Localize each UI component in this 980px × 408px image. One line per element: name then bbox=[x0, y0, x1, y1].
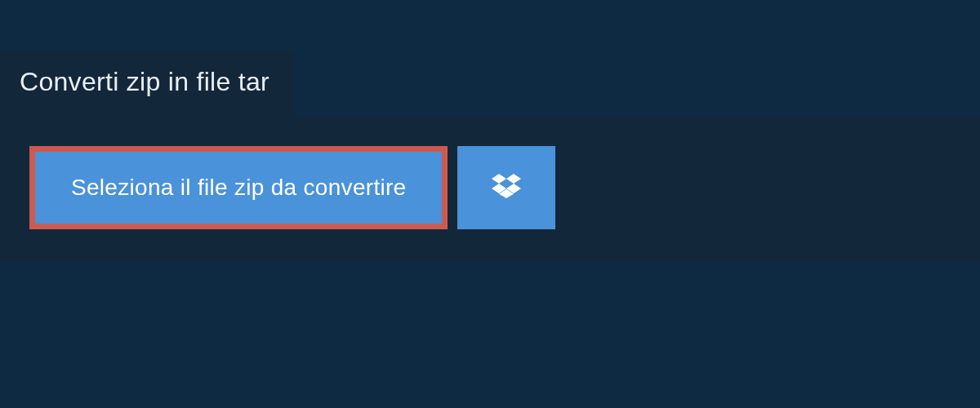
select-file-label: Seleziona il file zip da convertire bbox=[71, 175, 406, 201]
converter-panel: Seleziona il file zip da convertire bbox=[0, 117, 980, 262]
tab-title: Converti zip in file tar bbox=[20, 67, 270, 96]
dropbox-button[interactable] bbox=[457, 146, 555, 229]
tab-bar: Converti zip in file tar bbox=[0, 0, 980, 117]
select-file-button[interactable]: Seleziona il file zip da convertire bbox=[29, 146, 448, 229]
dropbox-icon bbox=[492, 171, 521, 204]
button-row: Seleziona il file zip da convertire bbox=[29, 146, 951, 229]
tab-convert-zip-tar[interactable]: Converti zip in file tar bbox=[0, 51, 294, 117]
